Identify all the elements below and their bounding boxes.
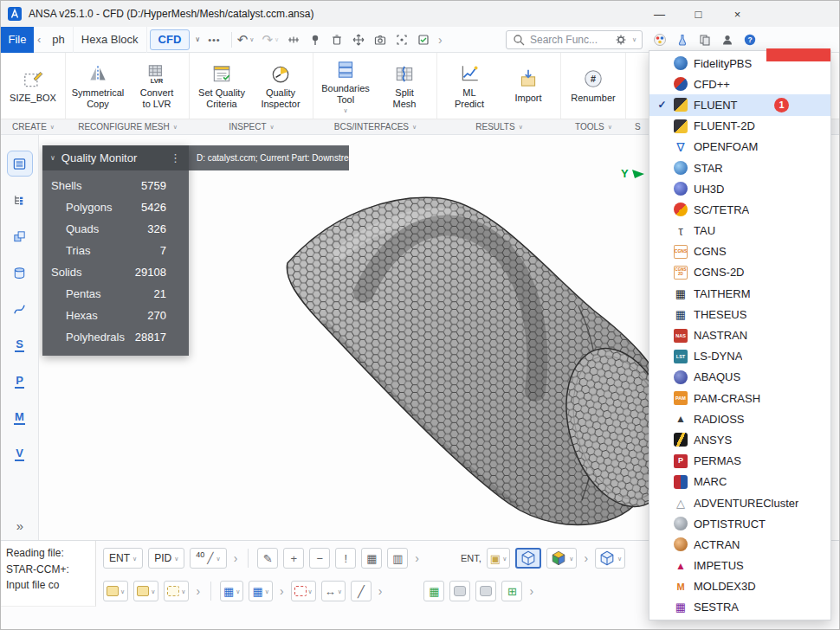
parts-manager-button[interactable] — [1, 218, 38, 254]
panel-menu-icon[interactable]: ⋮ — [170, 151, 181, 164]
search-box[interactable]: Search Func... ∨ — [506, 30, 643, 49]
deck-menu-item-cfd[interactable]: CFD++ — [649, 74, 830, 94]
boundaries-tool-button[interactable]: BoundariesTool∨ — [317, 56, 374, 115]
checks-curve-button[interactable] — [1, 291, 38, 327]
grid-a-button[interactable]: ▦ — [361, 548, 382, 569]
model-tree-button[interactable] — [1, 182, 38, 218]
sidebar-expand-button[interactable]: » — [1, 518, 39, 533]
more-render-button[interactable]: › — [582, 551, 590, 565]
deck-menu-item-cgns[interactable]: CGNSCGNS — [649, 241, 830, 262]
deck-menu-item-uh3d[interactable]: UH3D — [649, 178, 830, 199]
deck-menu-item-abaqus[interactable]: ABAQUS — [649, 367, 830, 388]
size-box-button[interactable]: SIZE_BOX — [4, 66, 61, 106]
snapshot-button[interactable] — [395, 33, 409, 47]
table-grid-button[interactable]: ▦∨ — [220, 581, 243, 601]
deck-menu-item-impetus[interactable]: ▲IMPETUS — [649, 556, 830, 576]
deck-menu-item-star[interactable]: STAR — [649, 158, 830, 178]
render-style-button[interactable] — [653, 33, 667, 47]
clip-region-button[interactable]: ∨ — [291, 581, 316, 601]
deck-menu-item-taitherm[interactable]: ▦TAITHERM — [649, 283, 830, 304]
minus-button[interactable]: − — [309, 548, 330, 569]
deck-menu-item-tau[interactable]: τTAU — [649, 221, 830, 241]
yellow-page2-button[interactable]: ∨ — [133, 581, 158, 601]
wireframe-cube-button[interactable] — [515, 548, 541, 569]
quality-monitor-header[interactable]: ∨ Quality Monitor ⋮ — [42, 145, 189, 170]
m-window-button[interactable]: M — [1, 400, 38, 436]
more-draw-tools-button[interactable]: › — [413, 551, 421, 565]
deck-menu-item-moldex3d[interactable]: MMOLDEX3D — [649, 576, 830, 597]
deck-menu-item-pam-crash[interactable]: PAMPAM-CRASH — [649, 388, 830, 408]
deck-menu-item-marc[interactable]: MARC — [649, 472, 830, 492]
collapse-chevron-icon[interactable]: ∨ — [50, 155, 55, 162]
deck-menu-item-optistruct[interactable]: OPTISTRUCT — [649, 513, 830, 534]
more-tools-button[interactable]: › — [438, 34, 443, 46]
ribbon-group-reconfigure-mesh[interactable]: RECONFIGURE MESH∨ — [66, 119, 190, 134]
tab-cfd[interactable]: CFD — [150, 29, 191, 50]
deck-menu-item-actran[interactable]: ACTRAN — [649, 534, 830, 555]
gear-icon[interactable] — [614, 33, 628, 47]
ribbon-group-inspect[interactable]: INSPECT∨ — [190, 119, 313, 134]
selection-frame-button[interactable]: ∨ — [164, 581, 189, 601]
user-account-button[interactable] — [720, 33, 734, 47]
deck-menu-item-sc-tetra[interactable]: SC/TETRA — [649, 199, 830, 220]
deck-menu-item-ls-dyna[interactable]: LSTLS-DYNA — [649, 346, 830, 367]
deck-menu-item-theseus[interactable]: ▦THESEUS — [649, 304, 830, 325]
undo-button[interactable]: ↶∨ — [237, 33, 255, 46]
table-grid2-button[interactable]: ▦∨ — [249, 581, 272, 601]
split-mesh-button[interactable]: SplitMesh — [376, 61, 433, 111]
close-button[interactable]: × — [718, 1, 757, 27]
tab-overflow-button[interactable]: ••• — [203, 35, 226, 45]
deck-menu-item-fluent[interactable]: ✓FLUENT1 — [649, 94, 830, 115]
redo-button[interactable]: ↷∨ — [262, 33, 279, 46]
renumber-button[interactable]: Renumber — [565, 66, 622, 106]
green-mesh-button[interactable]: ▦ — [423, 581, 444, 601]
deck-menu-item-cgns-2d[interactable]: CGNS2DCGNS-2D — [649, 262, 830, 283]
symmetrical-copy-button[interactable]: SymmetricalCopy — [69, 61, 126, 111]
tab-scroll-left-icon[interactable]: ‹ — [34, 33, 44, 46]
chevron-down-icon[interactable]: ∨ — [632, 36, 636, 42]
minimize-button[interactable]: — — [640, 1, 679, 27]
yellow-page-button[interactable]: ∨ — [103, 581, 128, 601]
deck-menu-item-radioss[interactable]: ▲RADIOSS — [649, 408, 830, 429]
more-measure-tools-button[interactable]: › — [377, 584, 384, 598]
quality-inspector-button[interactable]: QualityInspector — [252, 61, 309, 111]
window-layout-button[interactable] — [698, 33, 712, 47]
deck-menu-item-adventurecluster[interactable]: △ADVENTURECluster — [649, 492, 830, 513]
p-window-button[interactable]: P — [1, 363, 38, 400]
entity-filter-button[interactable]: ENT∨ — [103, 548, 143, 569]
help-button[interactable] — [743, 33, 757, 47]
ribbon-group-bcs-interfaces[interactable]: BCS/INTERFACES∨ — [313, 119, 437, 134]
more-table-tools-button[interactable]: › — [278, 584, 286, 598]
pin-button[interactable] — [308, 33, 322, 47]
v-window-button[interactable]: V — [1, 436, 38, 472]
exclaim-button[interactable]: ! — [335, 548, 356, 569]
gray-surface2-button[interactable] — [475, 581, 496, 601]
s-window-button[interactable]: S — [1, 327, 38, 363]
database-browser-button[interactable] — [1, 254, 38, 291]
deck-menu-item-fluent-2d[interactable]: FLUENT-2D — [649, 116, 830, 137]
feature-angle-button[interactable]: 40╱∨ — [190, 548, 226, 569]
more-filters-button[interactable]: › — [232, 551, 240, 565]
tab-hexa-block[interactable]: Hexa Block — [74, 27, 147, 53]
import-button[interactable]: Import — [500, 66, 557, 106]
more-mesh-tools-button[interactable]: › — [527, 584, 535, 598]
ml-predict-button[interactable]: MLPredict — [441, 61, 498, 111]
entity-list-button[interactable] — [1, 145, 38, 182]
transform-button[interactable] — [352, 33, 365, 47]
deck-menu-item-ansys[interactable]: ANSYS — [649, 429, 830, 450]
deck-menu-item-nastran[interactable]: NASNASTRAN — [649, 325, 830, 345]
pid-filter-button[interactable]: PID∨ — [148, 548, 184, 569]
lab-tools-button[interactable] — [675, 33, 689, 47]
mesh-model[interactable] — [234, 170, 693, 533]
deck-menu-item-sestra[interactable]: ▦SESTRA — [649, 597, 830, 618]
checklist-button[interactable] — [417, 33, 430, 47]
convert-to-lvr-button[interactable]: Convertto LVR — [128, 61, 185, 111]
ribbon-group-tools[interactable]: TOOLS∨ — [561, 119, 626, 134]
search-input[interactable]: Search Func... — [530, 34, 610, 46]
display-mode-button[interactable]: ▣∨ — [487, 548, 510, 569]
plus-button[interactable]: + — [283, 548, 304, 569]
maximize-button[interactable]: □ — [679, 1, 718, 27]
slope-button[interactable]: ╱ — [351, 581, 372, 601]
file-menu-button[interactable]: File — [1, 27, 34, 53]
ribbon-group-create[interactable]: CREATE∨ — [1, 119, 66, 134]
